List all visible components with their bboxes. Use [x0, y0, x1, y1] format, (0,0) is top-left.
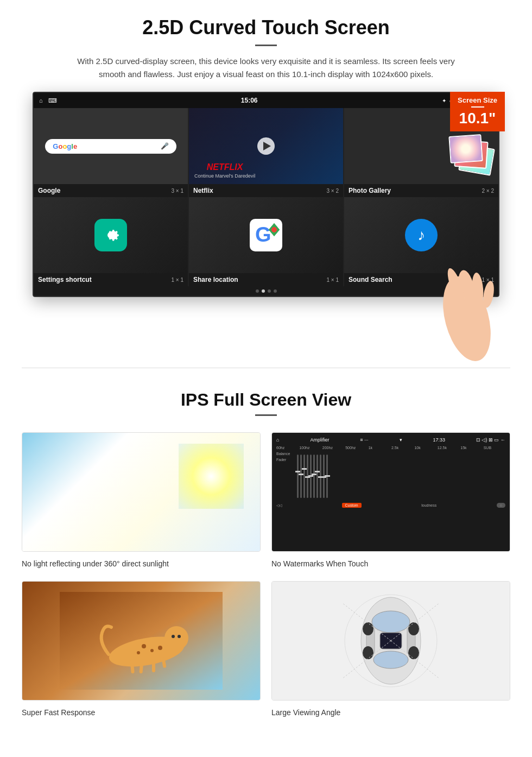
feature-grid: No light reflecting under 360° direct su…: [22, 432, 510, 719]
photo-stack: [449, 135, 493, 179]
svg-text:G: G: [255, 223, 271, 246]
feature-amplifier: ⌂ Amplifier ≡ ··· ▾ 17:33 ⊡ ◁) ⊠ ▭ ← 60h…: [271, 432, 510, 570]
amp-header: ⌂ Amplifier ≡ ··· ▾ 17:33 ⊡ ◁) ⊠ ▭ ←: [276, 437, 505, 443]
car-image: [271, 581, 510, 701]
feature-cheetah: Super Fast Response: [22, 581, 261, 719]
loudness-toggle[interactable]: ○: [497, 503, 505, 508]
bar-1[interactable]: [297, 455, 299, 498]
home-icon[interactable]: ⌂: [39, 97, 43, 104]
gear-icon: [101, 225, 121, 245]
svg-point-15: [137, 651, 140, 654]
svg-point-13: [142, 644, 146, 648]
netflix-label-size: 3 × 2: [326, 188, 339, 194]
status-time: 15:06: [241, 97, 258, 104]
gallery-cell-label: Photo Gallery 2 × 2: [344, 184, 498, 197]
freq-200hz: 200hz: [322, 446, 344, 450]
android-screen: ⌂ ⌨ 15:06 ✦ ◎ ▾ ⊡ ◁) ⊠ ▭: [33, 92, 499, 297]
google-label-size: 3 × 1: [171, 188, 183, 194]
google-search-bar[interactable]: Google 🎤: [45, 139, 176, 154]
sound-icon-wrap: ♪: [405, 219, 438, 251]
netflix-label-name: Netflix: [193, 187, 213, 194]
amp-side-labels: Balance Fader: [276, 452, 293, 501]
sunlight-label: No light reflecting under 360° direct su…: [22, 557, 261, 570]
screen-size-badge: Screen Size 10.1": [450, 92, 505, 131]
google-cell-label: Google 3 × 1: [34, 184, 188, 197]
google-app-inner: Google 🎤: [34, 108, 188, 184]
share-cell-label: Share location 1 × 1: [189, 273, 343, 286]
cheetah-visual: [22, 582, 260, 700]
amp-wifi: ▾: [400, 437, 402, 443]
feature-car: Large Viewing Angle: [271, 581, 510, 719]
amp-freq-labels: 60hz 100hz 200hz 500hz 1k 2.5k 10k 12.5k…: [276, 446, 505, 450]
svg-point-12: [164, 626, 188, 650]
badge-size: 10.1": [458, 110, 497, 127]
bar-10[interactable]: [326, 455, 328, 498]
netflix-figure: NETFLIX Continue Marvel's Daredevil: [189, 108, 343, 184]
amp-title: Amplifier: [310, 437, 329, 443]
app-grid-row2: Settings shortcut 1 × 1 G: [34, 197, 498, 286]
section-ips: IPS Full Screen View No light reflecting…: [0, 384, 532, 735]
svg-point-33: [408, 622, 419, 635]
amp-menu-icon: ≡ ···: [360, 437, 368, 443]
amp-icons: ⊡ ◁) ⊠ ▭ ←: [476, 437, 505, 443]
settings-app-inner: [34, 197, 188, 273]
amp-footer: ◁◁ Custom loudness ○: [276, 503, 505, 508]
maps-icon: G: [250, 219, 282, 251]
mic-icon[interactable]: 🎤: [161, 142, 169, 150]
app-cell-netflix[interactable]: NETFLIX Continue Marvel's Daredevil Netf…: [189, 108, 343, 197]
badge-underline: [471, 106, 484, 108]
app-cell-settings[interactable]: Settings shortcut 1 × 1: [34, 197, 188, 286]
fader-label: Fader: [276, 458, 293, 462]
app-cell-sound[interactable]: ♪ Sound Search 1 × 1: [344, 197, 498, 286]
svg-point-4: [271, 227, 277, 232]
amp-prev-icon: ◁◁: [276, 503, 282, 508]
dot-4[interactable]: [274, 289, 277, 293]
freq-10k: 10k: [414, 446, 436, 450]
badge-title: Screen Size: [458, 96, 497, 104]
netflix-subtitle: Continue Marvel's Daredevil: [194, 173, 255, 179]
cheetah-label: Super Fast Response: [22, 706, 261, 719]
svg-point-28: [373, 651, 408, 668]
sound-label-size: 1 × 1: [482, 277, 494, 283]
balance-label: Balance: [276, 452, 293, 456]
dot-3[interactable]: [268, 289, 271, 293]
dot-1[interactable]: [256, 289, 259, 293]
app-cell-google[interactable]: Google 🎤 Google 3 × 1: [34, 108, 188, 197]
sound-app-inner: ♪: [344, 197, 498, 273]
svg-point-32: [363, 622, 373, 635]
svg-point-27: [372, 611, 410, 633]
netflix-logo-overlay: NETFLIX Continue Marvel's Daredevil: [194, 162, 255, 179]
sound-label-name: Sound Search: [349, 276, 392, 283]
custom-btn[interactable]: Custom: [342, 503, 362, 508]
section-divider: [22, 368, 510, 368]
bar-2[interactable]: [300, 455, 302, 498]
dot-2[interactable]: [262, 289, 265, 293]
car-svg: [309, 586, 472, 695]
amp-time: 17:33: [433, 437, 445, 443]
svg-point-16: [158, 646, 162, 650]
svg-point-35: [408, 646, 419, 659]
bar-5[interactable]: [310, 455, 312, 498]
share-label-name: Share location: [193, 276, 238, 283]
thumb-10: [325, 475, 330, 477]
car-visual: [272, 582, 510, 700]
svg-point-22: [172, 635, 175, 638]
freq-500hz: 500hz: [345, 446, 367, 450]
freq-sub: SUB: [484, 446, 505, 450]
photo-card-front: [448, 134, 483, 163]
main-title: 2.5D Curved Touch Screen: [33, 16, 499, 39]
freq-15k: 15k: [460, 446, 482, 450]
settings-icon-wrap: [94, 219, 127, 251]
netflix-logo-text: NETFLIX: [194, 162, 255, 172]
loudness-label: loudness: [421, 503, 436, 507]
app-cell-share[interactable]: G Share location 1 × 1: [189, 197, 343, 286]
music-note-icon: ♪: [417, 226, 425, 244]
cheetah-image: [22, 581, 261, 701]
bar-6[interactable]: [313, 455, 315, 498]
title-underline: [255, 45, 277, 46]
freq-60hz: 60hz: [276, 446, 298, 450]
cheetah-svg: [60, 592, 223, 690]
feature-sunlight: No light reflecting under 360° direct su…: [22, 432, 261, 570]
play-button[interactable]: [257, 137, 275, 155]
settings-label-size: 1 × 1: [171, 277, 183, 283]
